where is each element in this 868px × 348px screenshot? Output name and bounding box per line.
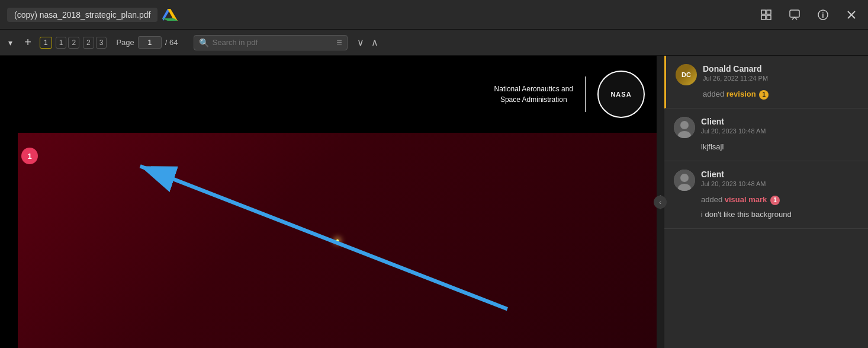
comment-time-2: Jul 20, 2023 10:48 AM (701, 127, 859, 135)
added-label-1: added (703, 90, 724, 98)
close-button[interactable] (842, 5, 861, 24)
visual-mark-num: 1 (770, 196, 780, 205)
main-content: National Aeronautics and Space Administr… (0, 56, 868, 348)
comments-panel: DC Donald Canard Jul 26, 2022 11:24 PM a… (664, 56, 868, 348)
thumb-group-1-2: 1 2 (56, 37, 79, 49)
comment-text-2: lkjflsajl (701, 142, 724, 151)
svg-rect-7 (767, 15, 771, 20)
nav-down-button[interactable]: ∨ (355, 36, 367, 49)
thumb-group-2-3: 2 3 (83, 37, 107, 49)
thumb-2[interactable]: 2 (68, 37, 79, 49)
search-icon: 🔍 (199, 38, 209, 47)
star-glow (336, 239, 339, 242)
comment-header-1: DC Donald Canard Jul 26, 2022 11:24 PM (676, 64, 859, 85)
nasa-divider (585, 76, 586, 112)
comment-time-1: Jul 26, 2022 11:24 PM (703, 75, 859, 82)
comment-time-3: Jul 20, 2023 10:48 AM (701, 180, 859, 187)
comment-meta-1: Donald Canard Jul 26, 2022 11:24 PM (703, 64, 859, 82)
pdf-page: National Aeronautics and Space Administr… (18, 56, 657, 348)
comment-meta-3: Client Jul 20, 2023 10:48 AM (701, 170, 859, 187)
comment-item-2: Client Jul 20, 2023 10:48 AM lkjflsajl (664, 108, 868, 161)
single-page-thumb[interactable]: 1 (40, 37, 52, 49)
svg-point-19 (680, 174, 689, 182)
pdf-viewer: National Aeronautics and Space Administr… (0, 56, 657, 348)
revision-badge: revision (726, 90, 756, 98)
comment-item-1: DC Donald Canard Jul 26, 2022 11:24 PM a… (664, 56, 868, 108)
svg-rect-8 (790, 10, 799, 17)
top-bar-right: i (757, 5, 861, 24)
nebula-region (18, 133, 657, 348)
comment-body-1: added revision 1 (703, 89, 859, 100)
side-handle[interactable]: ‹ (657, 56, 664, 348)
page-label: Page (116, 38, 134, 47)
visual-mark-badge: visual mark (725, 195, 767, 204)
add-button[interactable]: + (20, 34, 36, 51)
svg-rect-6 (761, 15, 766, 20)
svg-rect-5 (767, 10, 771, 14)
expand-button[interactable] (757, 5, 776, 24)
comment-header-3: Client Jul 20, 2023 10:48 AM (674, 170, 859, 191)
nebula-stars (18, 133, 657, 348)
avatar-client-1 (674, 117, 695, 138)
thumb-1[interactable]: 1 (56, 37, 67, 49)
comments-button[interactable] (785, 5, 804, 24)
nasa-text-block: National Aeronautics and Space Administr… (494, 84, 573, 105)
nasa-header: National Aeronautics and Space Administr… (18, 56, 657, 133)
drive-icon (162, 7, 179, 23)
nav-arrows: ∨ ∧ (355, 36, 381, 49)
comment-body-2: lkjflsajl (701, 142, 859, 152)
thumb-2b[interactable]: 2 (83, 37, 94, 49)
view-dropdown[interactable]: ▾ (5, 36, 16, 50)
svg-rect-4 (761, 10, 766, 14)
info-button[interactable]: i (814, 5, 832, 24)
collapse-button[interactable]: ‹ (654, 196, 667, 209)
page-total: / 64 (165, 38, 178, 47)
revision-badge-num: 1 (759, 90, 769, 100)
top-bar-left: (copy) nasa_2018_strategic_plan.pdf (7, 7, 179, 23)
avatar-donald: DC (676, 64, 697, 85)
nasa-line2: Space Administration (494, 94, 573, 105)
nasa-logo: NASA (597, 71, 645, 118)
comment-body-3: added visual mark 1 i don't like this ba… (701, 194, 859, 219)
comment-author-1: Donald Canard (703, 64, 859, 74)
comment-author-3: Client (701, 170, 859, 179)
comment-item-3: › Client Jul 20, 2023 10:48 AM added (664, 161, 868, 228)
comment-header-2: Client Jul 20, 2023 10:48 AM (674, 117, 859, 138)
top-bar: (copy) nasa_2018_strategic_plan.pdf (0, 0, 868, 30)
comment-author-2: Client (701, 117, 859, 126)
filter-icon[interactable]: ≡ (336, 37, 342, 48)
comment-text-3: i don't like this background (701, 209, 859, 220)
page-input[interactable] (138, 36, 162, 49)
annotation-badge-1[interactable]: 1 (21, 148, 38, 164)
avatar-client-2 (674, 170, 695, 191)
file-title: (copy) nasa_2018_strategic_plan.pdf (7, 8, 157, 22)
nav-up-button[interactable]: ∧ (369, 36, 381, 49)
svg-text:i: i (822, 11, 824, 20)
svg-point-16 (680, 121, 689, 129)
thumb-3[interactable]: 3 (96, 37, 107, 49)
comment-meta-2: Client Jul 20, 2023 10:48 AM (701, 117, 859, 135)
search-wrapper: 🔍 ≡ (194, 35, 348, 50)
toolbar: ▾ + 1 1 2 2 3 Page / 64 🔍 ≡ ∨ ∧ (0, 30, 868, 56)
nasa-line1: National Aeronautics and (494, 84, 573, 94)
added-label-3: added (701, 195, 722, 204)
search-input[interactable] (213, 38, 333, 47)
